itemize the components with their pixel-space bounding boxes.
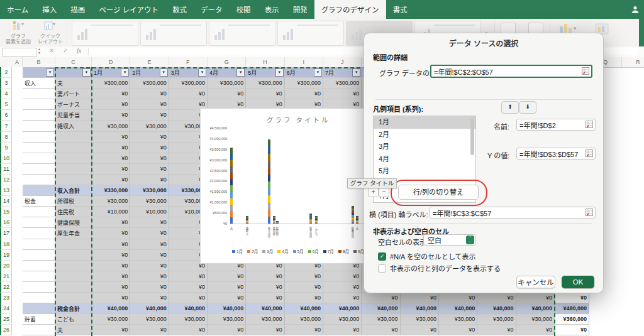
filter-dropdown-icon[interactable]: ▼ xyxy=(198,68,206,77)
cell-section-label[interactable] xyxy=(23,303,55,314)
confirm-entry-icon[interactable]: ✓ xyxy=(63,47,68,54)
series-name-input[interactable]: =年間!$D$2 xyxy=(516,119,596,131)
column-header-G[interactable]: G xyxy=(208,57,246,67)
cell-col-a[interactable] xyxy=(12,143,23,153)
column-header-H[interactable]: H xyxy=(246,57,284,67)
row-number[interactable]: 5 xyxy=(0,99,12,110)
cell-month-value[interactable]: ¥0 xyxy=(130,89,169,99)
cell-month-value[interactable]: ¥30,000 xyxy=(169,314,208,325)
cell-category-label[interactable] xyxy=(55,153,92,164)
cell-annual-total[interactable]: ¥360,000 xyxy=(555,314,589,325)
cell-month-value[interactable]: ¥0 xyxy=(92,99,130,110)
cell-section-label[interactable] xyxy=(23,132,55,143)
cell-col-a[interactable] xyxy=(12,185,23,196)
row-number[interactable]: 23 xyxy=(0,293,12,303)
filter-dropdown-icon[interactable]: ▼ xyxy=(82,68,91,77)
column-header-J[interactable]: J xyxy=(323,57,362,67)
cell-col-a[interactable] xyxy=(12,261,23,271)
range-selector-icon[interactable] xyxy=(586,149,593,158)
add-chart-element-button[interactable]: ▾ グラフ 要素を追加 xyxy=(3,20,34,45)
cell-month-value[interactable]: ¥0 xyxy=(285,271,323,282)
cell-month-value[interactable]: ¥0 xyxy=(130,110,169,121)
tab-ホーム[interactable]: ホーム xyxy=(0,0,35,19)
cell-col-a[interactable] xyxy=(12,217,23,228)
cell-category-label[interactable] xyxy=(55,271,92,282)
cell-month-value[interactable]: ¥0 xyxy=(92,164,130,175)
cell-month-value[interactable]: ¥30,000 xyxy=(130,196,169,207)
cell-col-a[interactable] xyxy=(12,271,23,282)
tab-数式[interactable]: 数式 xyxy=(165,0,194,19)
cell-category-label[interactable] xyxy=(55,164,92,175)
cell-category-label[interactable]: 妻パート xyxy=(55,89,92,99)
series-item-3月[interactable]: 3月 xyxy=(374,141,475,153)
cell-section-label[interactable] xyxy=(23,325,55,335)
chart-title[interactable]: グラフ タイトル xyxy=(267,115,330,124)
cell-month-value[interactable]: ¥0 xyxy=(285,89,323,99)
cell-month-value[interactable]: ¥0 xyxy=(362,325,400,335)
filter-dropdown-icon[interactable]: ▼ xyxy=(236,68,245,77)
cell-col-a[interactable] xyxy=(12,282,23,293)
cell-category-label[interactable] xyxy=(55,175,92,185)
cell-month-value[interactable]: ¥300,000 xyxy=(285,78,323,89)
filter-dropdown-icon[interactable]: ▼ xyxy=(275,68,284,77)
filter-dropdown-icon[interactable]: ▼ xyxy=(121,68,129,77)
cancel-entry-icon[interactable]: ✕ xyxy=(49,47,54,54)
column-header-R[interactable]: R xyxy=(622,57,644,67)
row-number[interactable]: 14 xyxy=(0,196,12,207)
row-number[interactable]: 19 xyxy=(0,250,12,261)
cell-month-value[interactable]: ¥0 xyxy=(130,99,169,110)
show-hidden-data-checkbox[interactable]: 非表示の行と列のデータを表示する xyxy=(378,263,501,273)
tab-開発[interactable]: 開発 xyxy=(286,0,314,19)
cell-category-label[interactable]: ボーナス xyxy=(55,99,92,110)
cell-month-value[interactable]: ¥0 xyxy=(92,110,130,121)
cell-section-label[interactable] xyxy=(23,261,55,271)
cell-month-value[interactable]: ¥0 xyxy=(130,143,169,153)
filter-dropdown-icon[interactable]: ▼ xyxy=(46,68,54,77)
empty-cell-dropdown[interactable]: 空白 ⌃⌄ xyxy=(423,234,476,246)
chart-style-thumbnail[interactable] xyxy=(277,21,344,46)
cell-month-value[interactable]: ¥0 xyxy=(285,325,323,335)
tab-書式[interactable]: 書式 xyxy=(386,0,414,19)
remove-series-button[interactable]: − xyxy=(379,187,389,197)
filter-dropdown-icon[interactable]: ▼ xyxy=(160,68,168,77)
range-selector-icon[interactable] xyxy=(586,209,593,217)
cell-month-value[interactable]: ¥0 xyxy=(401,325,439,335)
cell-col-a[interactable] xyxy=(12,175,23,185)
cell-section-label[interactable] xyxy=(23,207,55,217)
cell-col-a[interactable] xyxy=(12,78,23,89)
chart-bar[interactable] xyxy=(230,147,233,224)
cell-month-value[interactable]: ¥0 xyxy=(130,282,169,293)
cell-month-value[interactable]: ¥330,000 xyxy=(92,185,130,196)
row-number[interactable]: 17 xyxy=(0,228,12,239)
cell-month-value[interactable]: ¥0 xyxy=(169,89,208,99)
cell-month-value[interactable]: ¥30,000 xyxy=(516,314,555,325)
cell-month-value[interactable]: ¥0 xyxy=(130,250,169,261)
cell-month-value[interactable]: ¥0 xyxy=(92,282,130,293)
row-number[interactable]: 22 xyxy=(0,282,12,293)
cell-category-label[interactable]: 収入合計 xyxy=(55,185,92,196)
row-number[interactable]: 12 xyxy=(0,175,12,185)
cell-section-label[interactable] xyxy=(23,239,55,250)
cell-month-value[interactable]: ¥0 xyxy=(130,153,169,164)
cell-month-value[interactable]: ¥30,000 xyxy=(323,314,362,325)
cell-month-value[interactable]: ¥0 xyxy=(516,293,555,303)
cell-month-value[interactable]: ¥30,000 xyxy=(92,196,130,207)
row-number[interactable]: 18 xyxy=(0,239,12,250)
cell-col-a[interactable] xyxy=(12,164,23,175)
row-number[interactable]: 13 xyxy=(0,185,12,196)
cell-section-label[interactable] xyxy=(23,153,55,164)
chart-bar[interactable] xyxy=(356,216,358,224)
cell-month-value[interactable]: ¥0 xyxy=(246,89,284,99)
row-number[interactable]: 11 xyxy=(0,164,12,175)
cell-month-value[interactable]: ¥0 xyxy=(92,153,130,164)
cell-col-a[interactable] xyxy=(12,89,23,99)
row-number[interactable]: 20 xyxy=(0,261,12,271)
cell-category-label[interactable] xyxy=(55,261,92,271)
column-header-A[interactable]: A xyxy=(12,57,23,67)
row-number[interactable]: 26 xyxy=(0,325,12,335)
cell-category-label[interactable] xyxy=(55,132,92,143)
cell-category-label[interactable]: 健康保険 xyxy=(55,217,92,228)
cell-month-header[interactable]: 6月▼ xyxy=(285,67,323,78)
cell-month-value[interactable]: ¥0 xyxy=(92,261,130,271)
series-y-values-input[interactable]: =年間!$D$3:$D$57 xyxy=(516,148,596,160)
